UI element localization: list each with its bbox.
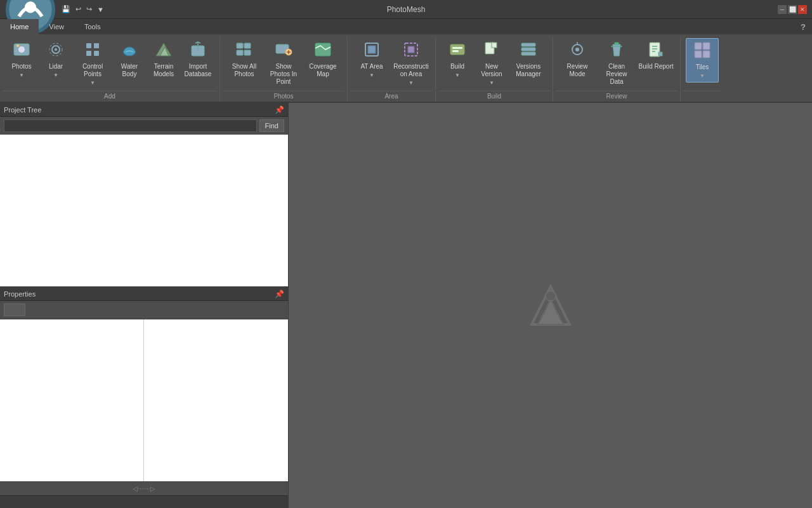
tiles-dropdown-arrow: ▼ [700,73,705,79]
new-version-label: New Version [476,63,507,78]
control-points-label: Control Points [75,63,110,78]
properties-bar [0,301,288,319]
photos-icon [13,41,30,61]
water-body-button[interactable]: Water Body [113,38,146,83]
ribbon-group-add: Photos ▼ Lidar ▼ Control Points ▼ [0,37,220,102]
coverage-map-label: Coverage Map [305,63,341,78]
tiles-group-items: Tiles ▼ [683,37,721,91]
versions-manager-icon [520,41,537,61]
help-button[interactable]: ? [794,19,812,34]
build-report-label: Build Report [638,63,673,70]
at-area-icon [363,41,381,61]
show-all-photos-icon [235,41,253,61]
review-group-items: Review Mode Clean Review Data Build Repo… [556,37,678,91]
import-database-button[interactable]: Import Database [181,38,214,83]
review-mode-button[interactable]: Review Mode [558,38,596,83]
import-database-label: Import Database [183,63,213,78]
svg-point-49 [546,291,556,301]
properties-tab-button[interactable] [4,304,25,316]
review-mode-icon [568,41,586,61]
viewport[interactable] [289,103,812,508]
close-button[interactable]: ✕ [798,5,807,14]
tiles-button[interactable]: Tiles ▼ [686,38,719,83]
water-body-icon [121,41,138,61]
ribbon-tabs: Home View Tools ? [0,19,812,34]
lidar-label: Lidar [49,63,63,70]
water-body-label: Water Body [114,63,145,78]
clean-review-data-label: Clean Review Data [599,63,634,86]
properties-title: Properties [4,290,36,298]
save-button[interactable]: 💾 [60,4,72,14]
ribbon-group-area: AT Area ▼ Reconstruction Area ▼ Area [348,37,436,102]
reconstruction-area-button[interactable]: Reconstruction Area ▼ [392,38,430,87]
build-report-button[interactable]: Build Report [637,38,675,83]
properties-content [0,319,288,481]
svg-rect-25 [368,46,376,53]
coverage-map-button[interactable]: Coverage Map [304,38,342,83]
show-all-photos-button[interactable]: Show All Photos [225,38,263,83]
tree-content [0,135,288,286]
main-layout: Project Tree 📌 Find Properties 📌 [0,103,812,508]
build-report-icon [647,41,665,61]
ribbon-group-tiles: Tiles ▼ [681,37,724,102]
build-group-items: Build ▼ NEW New Version ▼ Versions Manag… [438,37,550,91]
photos-button[interactable]: Photos ▼ [5,38,38,83]
svg-rect-45 [695,43,702,50]
at-area-label: AT Area [360,63,383,70]
coverage-map-icon [314,41,332,61]
tab-view[interactable]: View [39,19,74,34]
terrain-models-button[interactable]: Terrain Models [147,38,180,83]
clean-review-data-button[interactable]: Clean Review Data [598,38,636,87]
properties-footer: ◁·······▷ [0,481,288,495]
tree-find-button[interactable]: Find [259,119,284,132]
terrain-models-label: Terrain Models [148,63,179,78]
svg-rect-36 [521,52,535,55]
svg-rect-27 [408,46,414,53]
tab-home[interactable]: Home [0,19,39,34]
show-photos-in-point-button[interactable]: Show Photos In Point [265,38,303,87]
undo-button[interactable]: ↩ [74,4,83,14]
review-group-label: Review [556,91,678,102]
properties-pin[interactable]: 📌 [275,290,284,298]
ribbon-group-review: Review Mode Clean Review Data Build Repo… [553,37,681,102]
new-version-button[interactable]: NEW New Version ▼ [475,38,508,87]
lidar-button[interactable]: Lidar ▼ [39,38,72,83]
reconstruction-area-label: Reconstruction Area [393,63,429,78]
control-points-button[interactable]: Control Points ▼ [74,38,112,87]
new-version-icon: NEW [483,41,501,61]
svg-text:NEW: NEW [487,53,498,58]
project-tree-pin[interactable]: 📌 [275,105,284,114]
at-area-button[interactable]: AT Area ▼ [353,38,391,83]
build-dropdown-arrow: ▼ [455,72,460,78]
import-database-icon [189,41,207,61]
left-panel: Project Tree 📌 Find Properties 📌 [0,103,289,508]
control-points-icon [84,41,102,61]
status-bar [0,495,288,508]
versions-manager-button[interactable]: Versions Manager [509,38,547,83]
lidar-dropdown-arrow: ▼ [53,72,58,78]
redo-button[interactable]: ↪ [84,4,94,14]
area-group-label: Area [350,91,433,102]
svg-rect-32 [492,43,497,48]
tab-tools[interactable]: Tools [74,19,111,34]
properties-panel: Properties 📌 ◁·······▷ [0,287,288,508]
svg-rect-15 [237,43,243,48]
build-button[interactable]: Build ▼ [441,38,474,83]
project-tree-panel: Project Tree 📌 Find [0,103,288,287]
svg-point-7 [55,48,57,51]
review-mode-label: Review Mode [560,63,595,78]
ribbon-content: Photos ▼ Lidar ▼ Control Points ▼ [0,34,812,102]
photos-label: Photos [11,63,31,70]
svg-rect-47 [695,51,702,58]
tree-search-bar: Find [0,117,288,135]
control-points-dropdown-arrow: ▼ [90,80,95,86]
build-group-label: Build [438,91,550,102]
props-left-pane [0,319,144,481]
tree-search-input[interactable] [4,119,257,132]
build-icon [449,41,466,61]
svg-rect-23 [315,43,331,56]
lidar-icon [47,41,65,61]
minimize-button[interactable]: ─ [778,5,787,14]
restore-button[interactable]: ⬜ [788,5,797,14]
quick-access-dropdown[interactable]: ▼ [95,5,106,14]
